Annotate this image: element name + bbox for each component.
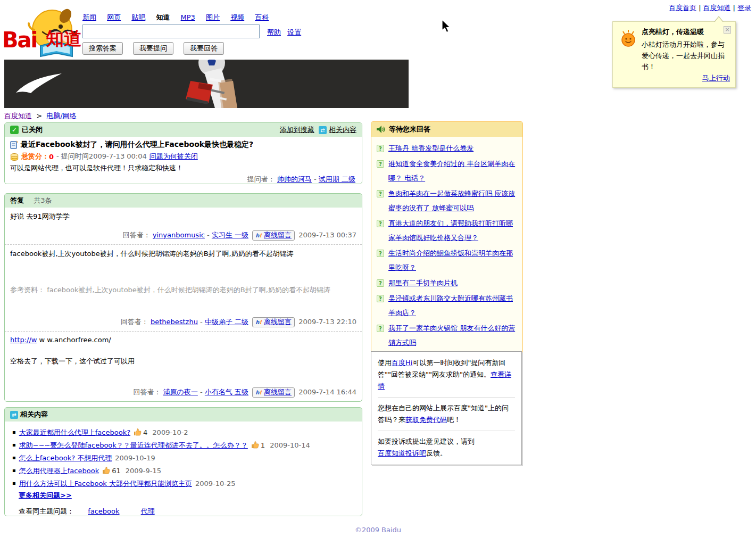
top-nav: 新闻 网页 贴吧 知道 MP3 图片 视频 百科 xyxy=(82,13,277,22)
related-item: ▪大家最近都用什么代理上facebook?42009-10-2 xyxy=(12,426,356,439)
question-body: 可以是网站代理，也可以是软件代理！只求稳定和快速！ xyxy=(5,162,362,174)
replier-name-link[interactable]: yinyanbomusic xyxy=(153,231,205,239)
replier-label: 回答者： xyxy=(133,388,161,396)
waiting-question-link[interactable]: 直港大道的朋友们，请帮助我打听打听哪家羊肉馆既好吃价格又合理？ xyxy=(388,216,517,245)
promo-popup: × 点亮桔灯，传递温暖 小桔灯活动月开始啦，参与爱心传递，一起去井冈山捐书！ 马… xyxy=(612,21,736,88)
answer-item: http://w w w.anchorfree.com/ 空格去了，下载一下，这… xyxy=(5,332,362,401)
replier-name-link[interactable]: 浦原の夜一 xyxy=(163,388,198,396)
asker-name-link[interactable]: 帅帅的河马 xyxy=(277,175,312,183)
search-answers-button[interactable]: 搜索答案 xyxy=(82,42,123,55)
nav-tieba[interactable]: 贴吧 xyxy=(131,13,145,21)
waiting-item: ?我开了一家羊肉火锅馆 朋友有什么好的营销方式吗 xyxy=(377,321,517,350)
nike-ad-banner[interactable] xyxy=(4,60,409,108)
waiting-question-link[interactable]: 那里有二手切羊肉片机 xyxy=(388,276,458,290)
related-item: ▪用什么方法可以上Facebook 大部分代理都只能浏览主页2009-10-25 xyxy=(12,477,356,490)
nav-news[interactable]: 新闻 xyxy=(82,13,96,21)
related-title: 相关内容 xyxy=(20,408,48,422)
related-date: 2009-10-19 xyxy=(115,454,155,462)
related-question-link[interactable]: 求助~~~要怎么登陆facebook？？最近连代理都进不去了。。怎么办？？ xyxy=(19,441,248,449)
topic-proxy-link[interactable]: 代理 xyxy=(141,507,155,515)
answers-header: 答复 共3条 xyxy=(5,194,362,208)
nike-ad-illustration xyxy=(4,60,409,108)
related-date: 2009-10-25 xyxy=(195,480,236,488)
related-question-link[interactable]: 怎么上facebook? 不想用代理 xyxy=(19,454,112,462)
answer-button[interactable]: 我要回答 xyxy=(184,42,224,55)
baidu-home-link[interactable]: 百度首页 xyxy=(669,4,696,12)
link-separator: | xyxy=(699,4,701,12)
ask-question-button[interactable]: 我要提问 xyxy=(133,42,173,55)
offline-message-link[interactable]: 离线留言 xyxy=(264,231,292,239)
related-question-link[interactable]: 大家最近都用什么代理上facebook? xyxy=(19,428,130,436)
waiting-item: ?直港大道的朋友们，请帮助我打听打听哪家羊肉馆既好吃价格又合理？ xyxy=(377,216,517,245)
question-mark-icon: ? xyxy=(377,160,384,168)
offline-message-button[interactable]: h! 离线留言 xyxy=(252,230,295,241)
search-input[interactable] xyxy=(82,24,260,38)
offline-message-button[interactable]: h! 离线留言 xyxy=(252,317,295,327)
search-buttons: 搜索答案 我要提问 我要回答 xyxy=(82,42,232,55)
help-link[interactable]: 帮助 xyxy=(267,28,281,36)
related-question-link[interactable]: 怎么用代理器上facebook xyxy=(19,467,99,475)
offline-message-button[interactable]: h! 离线留言 xyxy=(252,387,295,398)
nav-zhidao-active[interactable]: 知道 xyxy=(156,13,170,21)
replier-level-link[interactable]: 实习生 一级 xyxy=(212,231,248,239)
related-question-link[interactable]: 用什么方法可以上Facebook 大部分代理都只能浏览主页 xyxy=(19,480,192,488)
related-item: ▪求助~~~要怎么登陆facebook？？最近连代理都进不去了。。怎么办？？12… xyxy=(12,439,356,451)
related-content-link[interactable]: 相关内容 xyxy=(329,126,356,134)
topic-facebook-link[interactable]: facebook xyxy=(88,507,119,515)
baidu-zhidao-link[interactable]: 百度知道 xyxy=(703,4,731,12)
nav-mp3[interactable]: MP3 xyxy=(181,13,195,21)
bullet-icon: ▪ xyxy=(12,467,16,473)
waiting-item: ?谁知道食全食美介绍过的 丰台区涮羊肉在哪？ 电话？ xyxy=(377,156,517,185)
offline-message-link[interactable]: 离线留言 xyxy=(264,318,292,326)
vote-count: 61 xyxy=(112,467,121,475)
promo-action-link[interactable]: 马上行动 xyxy=(702,74,730,82)
waiting-question-link[interactable]: 生活时尚介绍的鮰鱼捞饭和崇明羊肉在那里吃呀？ xyxy=(388,246,517,275)
baidu-zhidao-logo[interactable]: Bai 知道 xyxy=(1,4,82,59)
asker-level-link[interactable]: 试用期 二级 xyxy=(319,175,355,183)
logo-text-zhidao: 知道 xyxy=(46,27,82,51)
more-related-link[interactable]: 更多相关问题>> xyxy=(19,491,72,499)
waiting-question-link[interactable]: 谁知道食全食美介绍过的 丰台区涮羊肉在哪？ 电话？ xyxy=(388,156,517,185)
waiting-question-link[interactable]: 吴泾镇或者东川路交大附近哪有苏州藏书羊肉店？ xyxy=(388,291,517,320)
baidu-zhidao-page: { "header": { "logo": { "bai": "Bai", "z… xyxy=(0,0,756,537)
breadcrumb-root-link[interactable]: 百度知道 xyxy=(4,112,32,120)
why-closed-link[interactable]: 问题为何被关闭 xyxy=(149,152,198,161)
replier-level-link[interactable]: 小有名气 五级 xyxy=(205,388,248,396)
add-to-favorites-link[interactable]: 添加到搜藏 xyxy=(280,126,314,134)
offline-message-link[interactable]: 离线留言 xyxy=(264,388,292,396)
bullet-icon: ▪ xyxy=(12,455,16,460)
answer-url-link[interactable]: http://w xyxy=(10,336,37,344)
top-right-links: 百度首页|百度知道|登录 xyxy=(669,3,751,13)
answer-text: facebook被封,上次youtobe被封，什么时候把胡锦涛的老妈的B封了啊,… xyxy=(10,249,356,259)
baidu-hi-link[interactable]: 百度Hi xyxy=(392,359,412,367)
reward-label: 悬赏分： xyxy=(21,152,49,161)
nav-baike[interactable]: 百科 xyxy=(255,13,269,21)
bullet-icon: ▪ xyxy=(12,429,16,435)
get-free-code-link[interactable]: 获取免费代码 xyxy=(405,416,447,424)
reward-value: 0 xyxy=(49,153,54,161)
breadcrumb-category-link[interactable]: 电脑/网络 xyxy=(46,112,76,120)
settings-link[interactable]: 设置 xyxy=(287,28,301,36)
waiting-question-link[interactable]: 王珞丹 暗香发型是什么卷发 xyxy=(388,141,473,155)
answer-item: 好说 去91网游学学 回答者： yinyanbomusic - 实习生 一级 h… xyxy=(5,208,362,245)
baidu-hi-icon: h! xyxy=(255,319,262,325)
waiting-item: ?生活时尚介绍的鮰鱼捞饭和崇明羊肉在那里吃呀？ xyxy=(377,246,517,275)
thumbs-up-icon xyxy=(134,428,142,436)
waiting-question-link[interactable]: 鱼肉和羊肉在一起做菜放蜂蜜行吗 应该放蜜枣的没有了 放蜂蜜可以吗 xyxy=(388,186,517,215)
reward-coins-icon xyxy=(10,153,19,161)
thumbs-up-icon xyxy=(102,466,110,474)
waiting-title: 等待您来回答 xyxy=(389,122,430,137)
replier-level-link[interactable]: 中级弟子 二级 xyxy=(205,318,248,326)
divider xyxy=(378,431,515,431)
nav-images[interactable]: 图片 xyxy=(206,13,220,21)
nav-video[interactable]: 视频 xyxy=(230,13,244,21)
complaint-bar-link[interactable]: 百度知道投诉吧 xyxy=(378,449,426,457)
replier-name-link[interactable]: bethebestzhu xyxy=(151,318,198,326)
login-link[interactable]: 登录 xyxy=(737,4,751,12)
related-item: ▪怎么上facebook? 不想用代理2009-10-19 xyxy=(12,451,356,464)
copyright-footer: ©2009 Baidu xyxy=(0,526,756,534)
related-date: 2009-10-2 xyxy=(152,428,188,436)
nav-web[interactable]: 网页 xyxy=(107,13,121,21)
close-icon[interactable]: × xyxy=(724,26,731,34)
waiting-question-link[interactable]: 我开了一家羊肉火锅馆 朋友有什么好的营销方式吗 xyxy=(388,321,517,350)
